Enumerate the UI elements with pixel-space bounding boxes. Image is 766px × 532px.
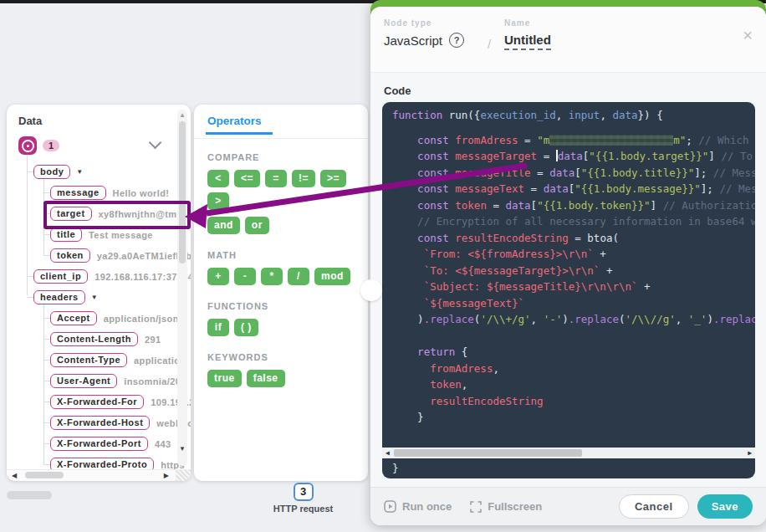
tree-connector (43, 422, 50, 423)
code-line: token, (392, 376, 755, 393)
section-label: FUNCTIONS (207, 301, 368, 311)
divider (194, 138, 368, 139)
run-once-button[interactable]: Run once (384, 500, 452, 513)
play-icon (384, 500, 396, 513)
scrollbar-thumb[interactable] (394, 449, 582, 457)
data-key-message[interactable]: message (50, 186, 106, 200)
operators-sections: COMPARE<<==!=>=>andorMATH+-*/modFUNCTION… (194, 127, 368, 392)
code-line: const messageTitle = data["{{1.body.titl… (392, 165, 755, 182)
operator-button-/[interactable]: / (288, 268, 309, 285)
code-line: const token = data["{{1.body.token}}"] /… (392, 197, 755, 214)
code-editor[interactable]: function run({execution_id, input, data}… (382, 102, 755, 478)
save-button[interactable]: Save (697, 494, 753, 519)
code-line (392, 124, 755, 132)
operator-button-+[interactable]: + (207, 268, 229, 285)
operators-section-keywords: KEYWORDStruefalse (207, 352, 368, 392)
tree-row-user-agent: User-Agentinsomnia/202 (7, 371, 191, 391)
data-vertical-scrollbar[interactable]: ▲▼ (177, 110, 187, 466)
operator-button-or[interactable]: or (245, 217, 269, 234)
tree-row-x-forwarded-proto: X-Forwarded-Protohttps (7, 454, 191, 470)
data-key-accept[interactable]: Accept (50, 311, 97, 325)
data-key-x-forwarded-proto[interactable]: X-Forwarded-Proto (50, 458, 154, 470)
data-key-x-forwarded-for[interactable]: X-Forwarded-For (50, 395, 144, 409)
fullscreen-button[interactable]: Fullscreen (470, 500, 542, 513)
code-line: resultEncodeString (392, 393, 755, 410)
scrollbar-thumb[interactable] (25, 472, 64, 478)
data-key-x-forwarded-port[interactable]: X-Forwarded-Port (50, 437, 148, 451)
data-key-x-forwarded-host[interactable]: X-Forwarded-Host (50, 416, 150, 430)
code-line: `From: <${fromAdress}>\r\n` + (392, 246, 755, 263)
fullscreen-icon (470, 501, 482, 513)
tree-connector (43, 339, 50, 340)
data-horizontal-scrollbar[interactable]: ◀▶ (7, 469, 191, 481)
data-value: Hello world! (113, 188, 170, 198)
tree-connector (27, 297, 33, 298)
operator-button-if[interactable]: if (207, 319, 229, 336)
operator-button-mod[interactable]: mod (314, 268, 350, 285)
tree-row-client_ip: client_ip192.168.116.17:37234 (7, 266, 191, 287)
tree-row-content-length: Content-Length291 (7, 329, 191, 350)
resize-grip (176, 470, 191, 481)
header-separator: / (488, 37, 491, 51)
tree-row-body: body▼ (7, 161, 191, 182)
tree-connector (43, 402, 50, 402)
modal-header: Node type JavaScript ? / Name Untitled × (370, 7, 766, 73)
operators-section-functions: FUNCTIONSif( ) (207, 301, 368, 341)
editor-horizontal-scrollbar[interactable]: ◀▶ (382, 448, 755, 458)
collapse-triangle-icon[interactable]: ▼ (76, 168, 83, 176)
http-request-node[interactable]: 3 HTTP request (251, 483, 355, 514)
tree-connector (27, 171, 33, 172)
chevron-down-icon[interactable] (149, 136, 162, 150)
code-line: } (392, 409, 755, 426)
operator-button-false[interactable]: false (247, 370, 285, 387)
data-value: application/json (104, 314, 179, 324)
code-line: fromAdress, (392, 361, 755, 377)
data-key-token[interactable]: token (50, 248, 90, 263)
operator-button-!=[interactable]: != (292, 170, 315, 187)
data-key-client_ip[interactable]: client_ip (33, 269, 88, 284)
help-icon[interactable]: ? (449, 33, 464, 48)
workflow-editor-screen: Data 1 body▼messageHello world!targetxy8… (0, 0, 766, 532)
data-key-title[interactable]: title (50, 228, 82, 242)
node-name-field[interactable]: Untitled (504, 33, 551, 50)
data-value: Test message (89, 230, 153, 240)
data-key-content-length[interactable]: Content-Length (50, 332, 138, 346)
data-value: 443 (155, 439, 171, 449)
data-key-body[interactable]: body (33, 165, 70, 179)
data-key-content-type[interactable]: Content-Type (50, 353, 127, 367)
canvas-scrollbar-thumb[interactable] (7, 491, 52, 499)
operator-button--[interactable]: - (234, 268, 256, 285)
operators-section-math: MATH+-*/mod (207, 250, 368, 290)
module-connector-dot (360, 279, 382, 301)
tree-connector (43, 381, 50, 381)
operator-button-()[interactable]: ( ) (234, 319, 258, 336)
tree-row-headers: headers▼ (7, 287, 191, 308)
data-value: 291 (145, 335, 161, 345)
operator-button-and[interactable]: and (207, 217, 240, 234)
node-label: HTTP request (251, 504, 355, 514)
code-line: `Subject: ${messageTitle}\r\n\r\n` + (392, 279, 755, 295)
collapse-triangle-icon[interactable]: ▼ (91, 294, 98, 301)
node-type-value: JavaScript (384, 33, 442, 48)
tree-row-x-forwarded-host: X-Forwarded-Hostwebhoo (7, 412, 191, 433)
operator-button->=[interactable]: >= (320, 170, 346, 187)
data-key-headers[interactable]: headers (33, 290, 85, 304)
operator-button-*[interactable]: * (261, 268, 283, 285)
data-key-user-agent[interactable]: User-Agent (50, 374, 117, 388)
operators-tab[interactable]: Operators (194, 105, 368, 127)
operator-button-<=[interactable]: <= (234, 170, 260, 187)
operator-button-=[interactable]: = (265, 170, 287, 187)
section-label: MATH (207, 250, 368, 260)
operator-button->[interactable]: > (207, 192, 229, 210)
node-type-label: Node type (384, 18, 464, 28)
webhook-root-item[interactable]: 1 (18, 135, 59, 156)
tree-connector (43, 464, 50, 465)
scrollbar-thumb[interactable] (179, 121, 186, 263)
cancel-button[interactable]: Cancel (619, 494, 689, 519)
redacted-text-block (549, 135, 673, 146)
operator-button-true[interactable]: true (207, 370, 242, 387)
close-icon[interactable]: × (743, 27, 753, 43)
operator-button-<[interactable]: < (207, 170, 229, 187)
target-field-highlight-box (43, 201, 191, 229)
tree-connector (43, 443, 50, 444)
